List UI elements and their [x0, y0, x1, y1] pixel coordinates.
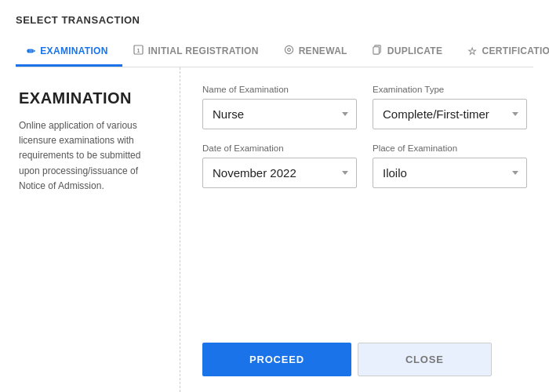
svg-text:1: 1	[136, 48, 140, 53]
proceed-button[interactable]: PROCEED	[202, 343, 351, 376]
tab-examination[interactable]: ✏ EXAMINATION	[16, 38, 122, 67]
left-panel-title: EXAMINATION	[19, 89, 164, 107]
tab-renewal-label: RENEWAL	[299, 45, 347, 56]
tab-renewal[interactable]: RENEWAL	[273, 37, 362, 67]
duplicate-icon	[373, 45, 383, 56]
tab-certifications[interactable]: ☆ CERTIFICATIONS	[456, 38, 549, 67]
main-content: EXAMINATION Online application of variou…	[0, 67, 549, 392]
form-group-exam-place: Place of Examination Iloilo	[373, 143, 527, 188]
svg-point-2	[285, 45, 293, 53]
star-icon: ☆	[467, 46, 477, 56]
form-row-2: Date of Examination November 2022 Place …	[202, 143, 527, 188]
exam-date-label: Date of Examination	[202, 143, 357, 153]
form-group-exam-date: Date of Examination November 2022	[202, 143, 357, 188]
button-row: PROCEED CLOSE	[202, 343, 527, 376]
renewal-icon	[284, 45, 294, 56]
form-row-1: Name of Examination Nurse Examination Ty…	[202, 85, 527, 129]
tab-initial-registration[interactable]: 1 INITIAL REGISTRATION	[122, 37, 273, 67]
page-header: SELECT TRANSACTION ✏ EXAMINATION 1 INITI…	[0, 0, 549, 67]
exam-type-select[interactable]: Complete/First-timer	[373, 99, 527, 129]
tab-examination-label: EXAMINATION	[40, 45, 107, 56]
registration-icon: 1	[133, 45, 144, 56]
tab-certifications-label: CERTIFICATIONS	[482, 45, 549, 56]
tab-duplicate[interactable]: DUPLICATE	[362, 37, 456, 67]
form-group-exam-type: Examination Type Complete/First-timer	[373, 85, 527, 129]
exam-date-select[interactable]: November 2022	[202, 158, 357, 188]
form-group-exam-name: Name of Examination Nurse	[202, 85, 357, 129]
exam-place-select[interactable]: Iloilo	[373, 158, 527, 188]
tabs-bar: ✏ EXAMINATION 1 INITIAL REGISTRATION REN…	[16, 37, 533, 67]
exam-name-select[interactable]: Nurse	[202, 99, 357, 129]
svg-point-3	[287, 49, 290, 52]
page-title: SELECT TRANSACTION	[16, 14, 533, 26]
tab-initial-registration-label: INITIAL REGISTRATION	[148, 45, 259, 56]
close-button[interactable]: CLOSE	[358, 343, 492, 376]
exam-place-label: Place of Examination	[373, 143, 527, 153]
exam-name-label: Name of Examination	[202, 85, 357, 94]
exam-type-label: Examination Type	[373, 85, 527, 94]
left-panel-description: Online application of various licensure …	[19, 118, 164, 194]
right-panel: Name of Examination Nurse Examination Ty…	[180, 67, 549, 392]
tab-duplicate-label: DUPLICATE	[387, 45, 442, 56]
pencil-icon: ✏	[27, 46, 35, 56]
left-panel: EXAMINATION Online application of variou…	[0, 67, 180, 392]
svg-rect-5	[373, 47, 379, 54]
